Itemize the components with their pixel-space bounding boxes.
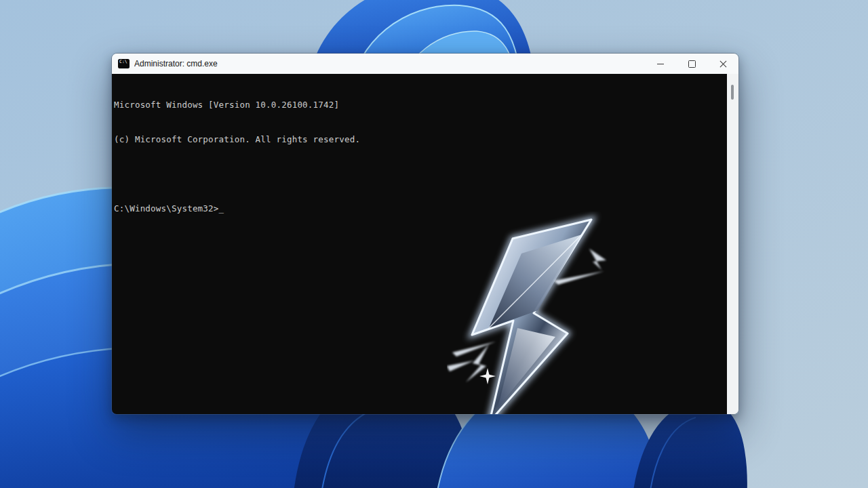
text-cursor: _ xyxy=(219,203,224,214)
console-line: Microsoft Windows [Version 10.0.26100.17… xyxy=(114,99,727,110)
cmd-window: C:\ Administrator: cmd.exe Microsoft Win… xyxy=(111,53,739,415)
title-bar[interactable]: C:\ Administrator: cmd.exe xyxy=(112,54,738,74)
console-prompt-line: C:\Windows\System32>_ xyxy=(114,203,727,214)
scrollbar-thumb[interactable] xyxy=(731,85,734,100)
scrollbar-track[interactable] xyxy=(727,74,738,414)
maximize-icon xyxy=(688,60,696,68)
minimize-icon xyxy=(657,64,664,64)
close-button[interactable] xyxy=(707,54,738,74)
lightning-bolt-artwork xyxy=(447,211,610,415)
prompt-text: C:\Windows\System32> xyxy=(114,203,219,214)
window-title: Administrator: cmd.exe xyxy=(134,59,645,68)
maximize-button[interactable] xyxy=(676,54,707,74)
close-icon xyxy=(719,60,727,68)
console-blank-line xyxy=(114,168,727,180)
console-output[interactable]: Microsoft Windows [Version 10.0.26100.17… xyxy=(112,74,727,414)
minimize-button[interactable] xyxy=(645,54,676,74)
cmd-icon-glyph: C:\ xyxy=(119,60,127,64)
console-line: (c) Microsoft Corporation. All rights re… xyxy=(114,134,727,145)
cmd-icon: C:\ xyxy=(118,59,130,68)
